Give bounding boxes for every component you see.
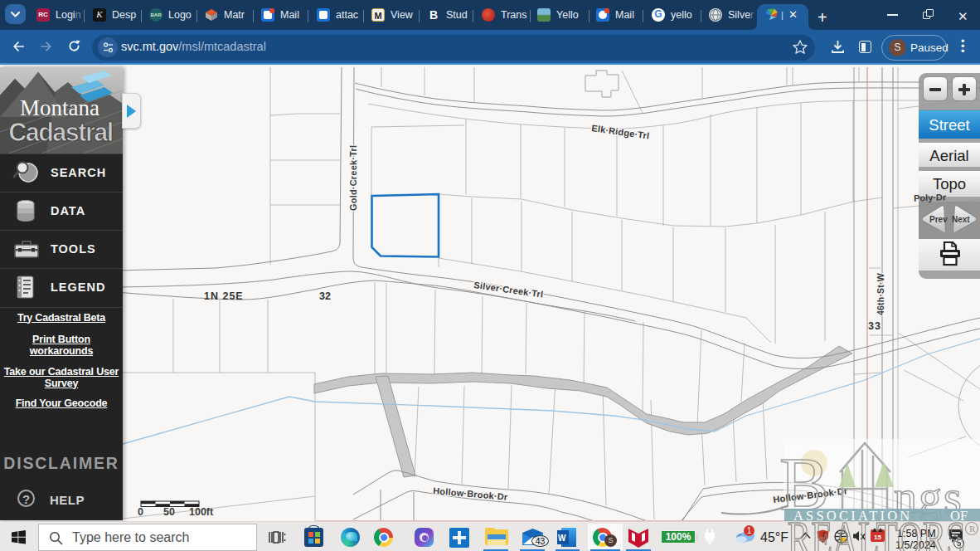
svg-text:50: 50 [163,506,175,518]
svg-text:ASSOCIATION: ASSOCIATION [793,508,912,522]
svg-text:Silver·Creek·Trl: Silver·Creek·Trl [473,280,544,300]
svg-text:33: 33 [868,320,881,332]
svg-text:Montana: Montana [20,95,99,120]
svg-text:Elk·Ridge·Trl: Elk·Ridge·Trl [591,123,650,141]
svg-text:OF: OF [950,508,968,522]
svg-text:Cadastral: Cadastral [8,118,113,146]
svg-text:46th·St·W: 46th·St·W [876,273,885,315]
svg-text:Prev: Prev [929,215,948,224]
svg-text:Gold·Creek·Trl: Gold·Creek·Trl [348,144,358,210]
svg-text:32: 32 [319,290,331,302]
svg-text:Hollow·Brook·Dr: Hollow·Brook·Dr [433,485,509,502]
svg-text:100ft: 100ft [189,506,214,518]
svg-text:Next: Next [952,215,970,224]
svg-text:0: 0 [138,506,143,518]
svg-text:1N 25E: 1N 25E [204,290,244,302]
